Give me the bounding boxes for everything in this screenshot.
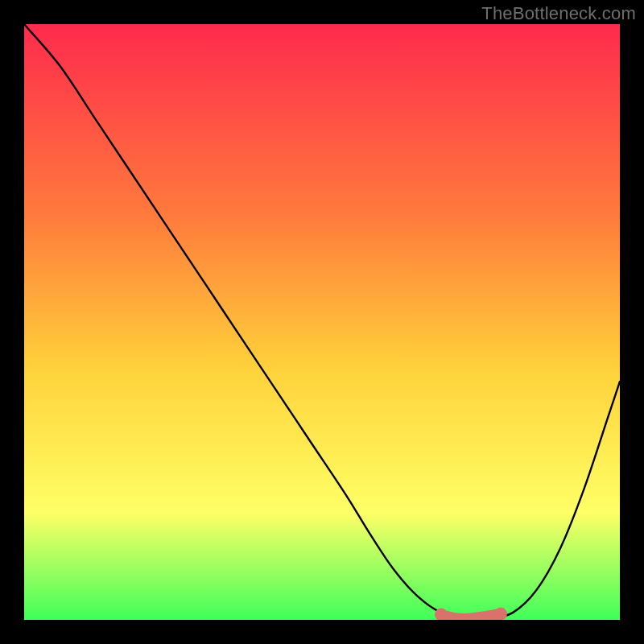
watermark-text: TheBottleneck.com [481, 3, 636, 24]
optimal-range-start-dot [435, 609, 448, 621]
optimal-range-marker [441, 614, 501, 619]
gradient-background [24, 24, 620, 620]
bottleneck-chart [0, 0, 644, 644]
chart-frame: TheBottleneck.com [0, 0, 644, 644]
optimal-range-end-dot [494, 608, 507, 621]
